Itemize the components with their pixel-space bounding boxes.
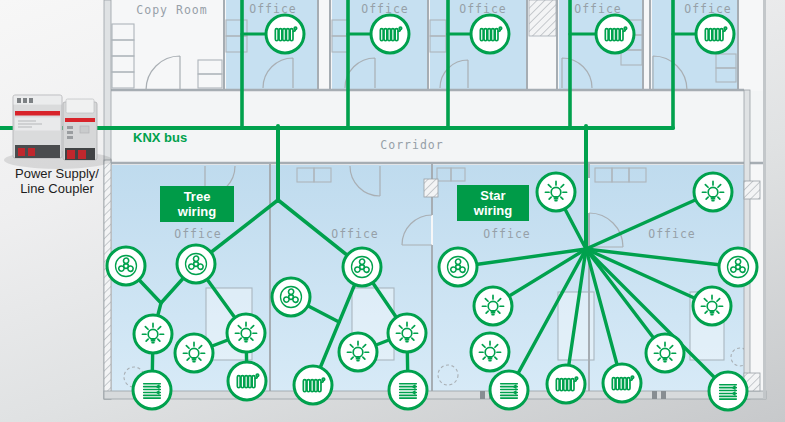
room-label: Office [249, 2, 297, 16]
device-node-bulb [134, 315, 172, 353]
device-circle [439, 248, 477, 286]
device-circle [107, 247, 145, 285]
device-circle [646, 334, 684, 372]
room-label: Office [684, 2, 732, 16]
device-node-fan [107, 247, 145, 285]
device-circle [343, 248, 381, 286]
radiator-icon [237, 374, 258, 388]
device-node-blind [490, 371, 528, 409]
tree-badge-line1: Tree [184, 189, 211, 204]
star-badge-line1: Star [480, 188, 505, 203]
device-vents [17, 98, 33, 103]
device-circle [537, 173, 575, 211]
device-node-bulb [537, 173, 575, 211]
power-supply-device [4, 95, 112, 169]
device-circle [134, 315, 172, 353]
radiator-icon [275, 27, 296, 41]
device-node-blind [709, 372, 747, 410]
device-circle [388, 314, 426, 352]
device-circle [694, 173, 732, 211]
device-node-radiator [294, 366, 332, 404]
device-circle [175, 334, 213, 372]
device-circle [474, 287, 512, 325]
device-node-radiator [228, 362, 266, 400]
radiator-icon [556, 377, 577, 391]
device-node-blind [389, 371, 427, 409]
device-node-bulb [227, 314, 265, 352]
device-node-bulb [339, 333, 377, 371]
device-node-fan [272, 278, 310, 316]
radiator-icon [612, 376, 633, 390]
device-circle [272, 278, 310, 316]
device-circle [177, 245, 215, 283]
device-node-radiator [603, 364, 641, 402]
radiator-icon [480, 27, 501, 41]
room-label: Office [331, 227, 379, 241]
room-label: Copy Room [136, 3, 207, 17]
power-supply-label-line1: Power Supply/ [15, 166, 99, 181]
device-node-bulb [646, 334, 684, 372]
tree-badge-line2: wiring [177, 204, 216, 219]
device-node-fan [177, 245, 215, 283]
device-node-bulb [693, 287, 731, 325]
radiator-icon [303, 378, 324, 392]
device-circle [227, 314, 265, 352]
device-node-blind [133, 371, 171, 409]
device-node-fan [719, 248, 757, 286]
power-supply-label-line2: Line Coupler [20, 181, 94, 196]
tree-wiring-badge: Tree wiring [160, 186, 234, 222]
radiator-icon [605, 27, 626, 41]
device-node-bulb [474, 287, 512, 325]
device-node-bulb [694, 173, 732, 211]
room-label: Office [648, 227, 696, 241]
star-wiring-badge: Star wiring [457, 185, 529, 221]
device-circle [693, 287, 731, 325]
radiator-icon [380, 27, 401, 41]
knx-wiring-diagram: Tree wiring Star wiring Copy RoomOfficeO… [0, 0, 785, 422]
room-label: Office [459, 2, 507, 16]
device-node-radiator [371, 15, 409, 53]
device-node-bulb [471, 333, 509, 371]
room-label: Office [174, 227, 222, 241]
device-node-radiator [471, 15, 509, 53]
device-circle [339, 333, 377, 371]
knx-bus-label: KNX bus [133, 130, 187, 145]
corridor-label: Corridor [380, 138, 443, 152]
device-node-radiator [696, 15, 734, 53]
device-node-radiator [547, 365, 585, 403]
device-node-bulb [388, 314, 426, 352]
star-badge-line2: wiring [473, 203, 512, 218]
device-node-bulb [175, 334, 213, 372]
device-circle [719, 248, 757, 286]
device-circle [471, 333, 509, 371]
room-label: Office [574, 2, 622, 16]
room-label: Office [361, 2, 409, 16]
device-node-fan [343, 248, 381, 286]
device-red-stripe-left [15, 111, 60, 116]
device-node-fan [439, 248, 477, 286]
radiator-icon [705, 27, 726, 41]
device-red-stripe-right [65, 118, 95, 122]
device-node-radiator [266, 15, 304, 53]
device-node-radiator [596, 15, 634, 53]
room-label: Office [483, 227, 531, 241]
